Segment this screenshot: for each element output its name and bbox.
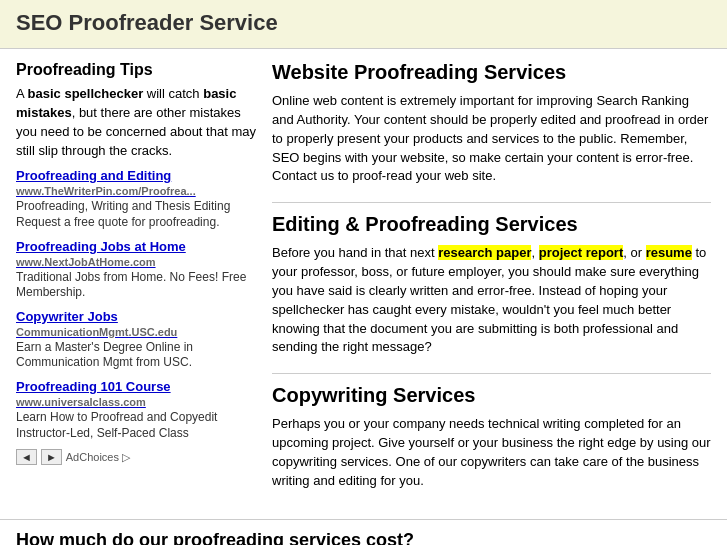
editing-section-title: Editing & Proofreading Services	[272, 213, 711, 236]
header: SEO Proofreader Service	[0, 0, 727, 49]
ad-desc-3: Learn How to Proofread and Copyedit Inst…	[16, 410, 256, 441]
prev-ad-button[interactable]: ◄	[16, 449, 37, 465]
right-column: Website Proofreading Services Online web…	[272, 61, 711, 507]
ad-block-1: Proofreading Jobs at Home www.NextJobAtH…	[16, 239, 256, 301]
copywriting-section-title: Copywriting Services	[272, 384, 711, 407]
highlight-research-paper: research paper	[438, 245, 531, 260]
copywriting-body: Perhaps you or your company needs techni…	[272, 415, 711, 490]
ad-choices-label: AdChoices ▷	[66, 451, 130, 464]
ad-link-0[interactable]: Proofreading and Editing www.TheWriterPi…	[16, 168, 256, 198]
ad-title-3: Proofreading 101 Course	[16, 379, 171, 394]
next-ad-button[interactable]: ►	[41, 449, 62, 465]
ad-navigation: ◄ ► AdChoices ▷	[16, 449, 256, 465]
website-section-title: Website Proofreading Services	[272, 61, 711, 84]
ad-link-2[interactable]: Copywriter Jobs CommunicationMgmt.USC.ed…	[16, 309, 256, 339]
ad-url-3: www.universalclass.com	[16, 396, 146, 408]
ad-desc-2: Earn a Master's Degree Online in Communi…	[16, 340, 256, 371]
ad-title-1: Proofreading Jobs at Home	[16, 239, 186, 254]
pricing-section: How much do our proofreading services co…	[0, 519, 727, 545]
ad-block-0: Proofreading and Editing www.TheWriterPi…	[16, 168, 256, 230]
ad-desc-0: Proofreading, Writing and Thesis Editing…	[16, 199, 256, 230]
ad-title-2: Copywriter Jobs	[16, 309, 118, 324]
pricing-title: How much do our proofreading services co…	[16, 530, 711, 545]
ad-link-1[interactable]: Proofreading Jobs at Home www.NextJobAtH…	[16, 239, 256, 269]
website-section: Website Proofreading Services Online web…	[272, 61, 711, 186]
left-column: Proofreading Tips A basic spellchecker w…	[16, 61, 256, 507]
tips-intro: A basic spellchecker will catch basic mi…	[16, 85, 256, 160]
ad-url-0: www.TheWriterPin.com/Proofrea...	[16, 185, 196, 197]
divider-1	[272, 202, 711, 203]
highlight-resume: resume	[646, 245, 692, 260]
divider-2	[272, 373, 711, 374]
website-body: Online web content is extremely importan…	[272, 92, 711, 186]
ad-link-3[interactable]: Proofreading 101 Course www.universalcla…	[16, 379, 256, 409]
editing-body: Before you hand in that next research pa…	[272, 244, 711, 357]
bold-spellchecker: basic spellchecker	[28, 86, 144, 101]
editing-section: Editing & Proofreading Services Before y…	[272, 213, 711, 357]
ad-title-0: Proofreading and Editing	[16, 168, 171, 183]
ad-url-1: www.NextJobAtHome.com	[16, 256, 156, 268]
site-title: SEO Proofreader Service	[16, 10, 711, 36]
ad-desc-1: Traditional Jobs from Home. No Fees! Fre…	[16, 270, 256, 301]
left-section-title: Proofreading Tips	[16, 61, 256, 79]
ad-block-2: Copywriter Jobs CommunicationMgmt.USC.ed…	[16, 309, 256, 371]
ad-block-3: Proofreading 101 Course www.universalcla…	[16, 379, 256, 441]
ad-url-2: CommunicationMgmt.USC.edu	[16, 326, 177, 338]
main-content: Proofreading Tips A basic spellchecker w…	[0, 49, 727, 519]
highlight-project-report: project report	[539, 245, 624, 260]
copywriting-section: Copywriting Services Perhaps you or your…	[272, 384, 711, 490]
